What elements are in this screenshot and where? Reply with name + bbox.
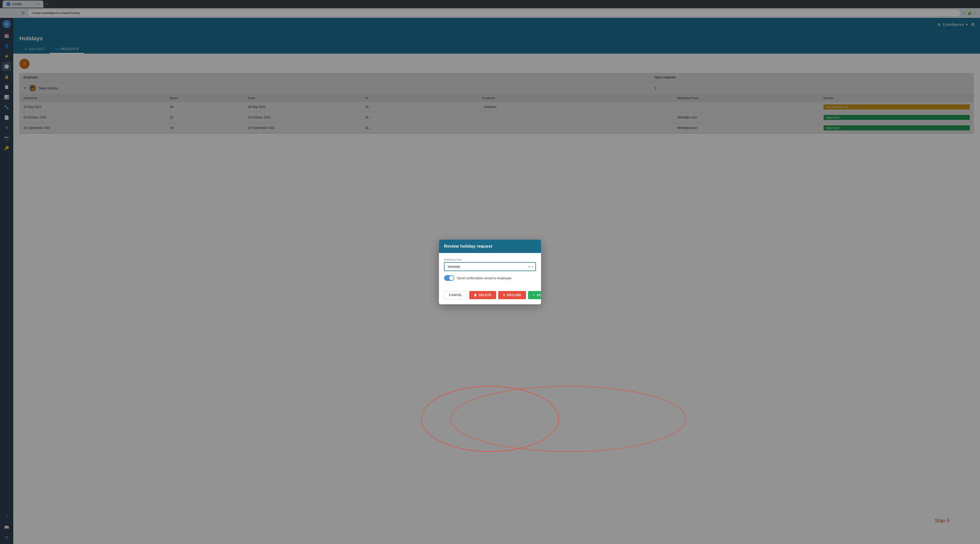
decline-label: DECLINE <box>507 293 521 297</box>
email-toggle[interactable] <box>444 275 454 281</box>
withdraw-from-input-wrapper: ✕ ▾ <box>444 262 536 271</box>
withdraw-from-input[interactable] <box>445 263 526 270</box>
accept-icon: ✓ <box>533 293 535 297</box>
delete-label: DELETE <box>479 293 492 297</box>
svg-point-0 <box>422 386 558 452</box>
accept-button[interactable]: ✓ ACCEPT <box>528 291 541 299</box>
dialog-body: Withdraw from ✕ ▾ Send confirmation emai… <box>439 253 541 291</box>
accept-label: ACCEPT <box>537 293 541 297</box>
dialog-footer: CANCEL 🗑 DELETE ✕ DECLINE ✓ ACCEPT <box>439 291 541 304</box>
cancel-button[interactable]: CANCEL <box>444 291 467 299</box>
clear-icon[interactable]: ✕ <box>528 265 531 269</box>
modal-overlay[interactable]: Review holiday request Withdraw from ✕ ▾… <box>0 0 980 544</box>
decline-icon: ✕ <box>503 293 506 297</box>
dropdown-icon[interactable]: ▾ <box>532 265 533 269</box>
decline-button[interactable]: ✕ DECLINE <box>498 291 526 299</box>
svg-point-1 <box>451 386 686 452</box>
delete-icon: 🗑 <box>474 293 477 297</box>
withdraw-from-field: Withdraw from ✕ ▾ <box>444 258 536 271</box>
email-toggle-label: Send confirmation email to employee <box>457 276 511 280</box>
input-actions: ✕ ▾ <box>526 265 535 269</box>
delete-button[interactable]: 🗑 DELETE <box>469 291 496 299</box>
email-toggle-row: Send confirmation email to employee <box>444 275 536 281</box>
dialog-header: Review holiday request <box>439 240 541 253</box>
dialog-title: Review holiday request <box>444 244 492 249</box>
toggle-knob <box>449 276 454 280</box>
review-dialog: Review holiday request Withdraw from ✕ ▾… <box>439 240 541 304</box>
withdraw-from-label: Withdraw from <box>444 258 536 261</box>
